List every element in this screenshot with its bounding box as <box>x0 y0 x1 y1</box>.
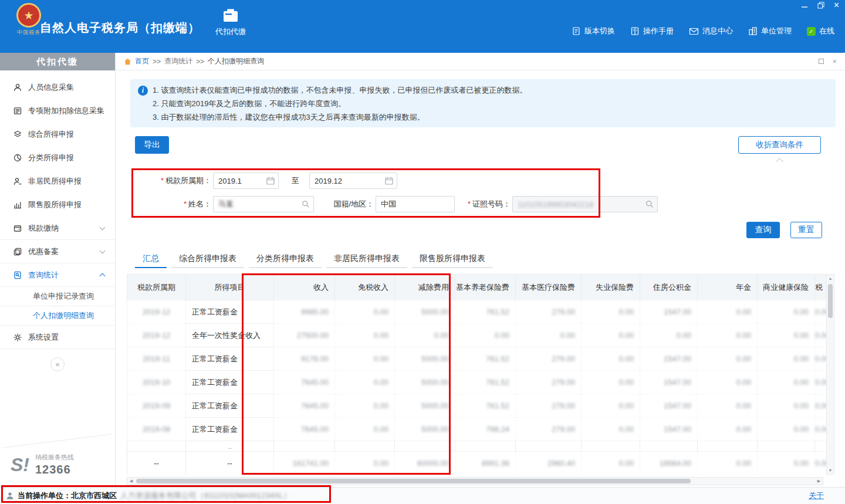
nav-message-center[interactable]: 消息中心 <box>689 26 733 36</box>
table-cell: 正常工资薪金 <box>186 300 274 324</box>
nationality-value: 中国 <box>381 199 396 209</box>
collapse-query-button[interactable]: 收折查询条件 <box>738 136 821 154</box>
query-button[interactable]: 查询 <box>746 222 780 238</box>
sidebar-item-nonresident-income[interactable]: 非居民所得申报 <box>0 170 115 193</box>
table-cell: 全年一次性奖金收入 <box>186 324 274 347</box>
tab-comprehensive-income[interactable]: 综合所得申报表 <box>171 251 244 268</box>
sidebar-subitem-personal-withholding-detail-query[interactable]: 个人扣缴明细查询 <box>0 306 115 326</box>
table-cell: 5000.00 <box>395 300 455 324</box>
table-cell: 正常工资薪金 <box>186 394 274 418</box>
version-switch-icon <box>572 26 581 36</box>
sidebar-item-comprehensive-income[interactable]: 综合所得申报 <box>0 123 115 146</box>
table-cell: 0.00 <box>582 371 640 394</box>
period-from-input[interactable]: 2019.1 <box>213 172 279 189</box>
table-cell: 1547.00 <box>640 347 698 371</box>
name-label: *姓名： <box>133 196 211 212</box>
nationality-input[interactable]: 中国 <box>376 196 455 212</box>
nav-online-status[interactable]: ✓ 在线 <box>807 26 834 36</box>
sidebar-item-special-deduction[interactable]: 专项附加扣除信息采集 <box>0 99 115 123</box>
id-number-input[interactable]: 110105199903042218 <box>512 196 658 212</box>
about-link[interactable]: 关于 <box>809 491 824 501</box>
column-header: 税 <box>815 275 827 300</box>
table-cell: 279.00 <box>516 394 582 418</box>
breadcrumb-home[interactable]: 首页 <box>135 56 149 66</box>
sidebar-item-query-statistics[interactable]: 查询统计 <box>0 263 115 287</box>
sidebar-item-system-settings[interactable]: 系统设置 <box>0 326 115 349</box>
minimize-button[interactable] <box>801 2 808 9</box>
table-cell: 0.00 <box>815 324 827 347</box>
sidebar-collapse-button[interactable]: « <box>50 357 65 371</box>
table-row[interactable]: 2019-11正常工资薪金9178.000.005000.00761.52279… <box>127 347 827 371</box>
scroll-right-arrow[interactable]: ▶ <box>815 478 823 485</box>
export-button[interactable]: 导出 <box>135 136 169 154</box>
table-row[interactable]: 2019-10正常工资薪金7645.000.005000.00761.52279… <box>127 371 827 394</box>
vertical-scroll-thumb[interactable] <box>828 284 833 318</box>
panel-restore-button[interactable] <box>819 59 824 64</box>
table-cell: 0.00 <box>582 300 640 324</box>
unit-management-icon <box>748 26 758 36</box>
nav-manual[interactable]: 操作手册 <box>630 26 674 36</box>
calendar-icon[interactable] <box>384 176 394 185</box>
hotline-phone-icon: S! <box>11 455 29 474</box>
scroll-down-arrow[interactable]: ▼ <box>827 466 834 474</box>
sidebar-item-label: 分类所得申报 <box>28 153 74 163</box>
tab-nonresident-income[interactable]: 非居民所得申报表 <box>326 251 407 268</box>
column-header: 税款所属期 <box>127 275 186 300</box>
horizontal-scrollbar[interactable]: ◀ ▶ <box>127 477 823 485</box>
copy-docs-icon <box>13 247 22 256</box>
table-cell: 0.00 <box>698 324 758 347</box>
table-row[interactable]: 2019-12全年一次性奖金收入27500.000.000.000.000.00… <box>127 324 827 347</box>
sidebar-item-tax-payment[interactable]: 税款缴纳 <box>0 217 115 240</box>
required-mark: * <box>184 199 187 208</box>
reset-button[interactable]: 重置 <box>790 222 822 238</box>
sidebar-item-restricted-stock[interactable]: 限售股所得申报 <box>0 193 115 217</box>
nav-label: 版本切换 <box>584 26 615 36</box>
breadcrumb-separator: >> <box>196 57 204 66</box>
sidebar-item-preferential-filing[interactable]: 优惠备案 <box>0 240 115 263</box>
table-cell: 2019-12 <box>127 300 186 324</box>
tab-restricted-stock[interactable]: 限售股所得申报表 <box>412 251 493 268</box>
search-icon[interactable] <box>301 199 310 209</box>
close-button[interactable]: × <box>834 2 839 9</box>
id-number-value: 110105199903042218 <box>518 200 593 209</box>
period-from-value: 2019.1 <box>218 177 242 185</box>
table-cell: 0.00 <box>582 418 640 441</box>
table-header-row: 税款所属期所得项目收入免税收入减除费用基本养老保险费基本医疗保险费失业保险费住房… <box>127 275 827 300</box>
name-input[interactable]: 马某 <box>213 196 314 212</box>
sidebar-item-label: 税款缴纳 <box>28 223 59 234</box>
horizontal-scroll-thumb[interactable] <box>136 479 691 483</box>
tab-summary[interactable]: 汇总 <box>135 251 167 268</box>
calendar-icon[interactable] <box>266 176 275 185</box>
restore-button[interactable] <box>817 2 824 9</box>
table-cell: 2019-09 <box>127 394 186 418</box>
sidebar-subitem-unit-declaration-query[interactable]: 单位申报记录查询 <box>0 287 115 306</box>
table-cell: 0.00 <box>815 394 827 418</box>
notice-box: i 1. 该查询统计表仅能查询已申报成功的数据，不包含未申报、申报失败，已申报但… <box>130 79 836 127</box>
sidebar-item-classified-income[interactable]: 分类所得申报 <box>0 146 115 170</box>
scroll-left-arrow[interactable]: ◀ <box>127 478 135 485</box>
table-cell: 761.52 <box>455 371 516 394</box>
gear-icon <box>13 333 22 342</box>
vertical-scrollbar[interactable]: ▲ ▼ <box>826 274 834 475</box>
table-cell: .. <box>186 441 274 452</box>
period-to-label: 至 <box>289 172 301 189</box>
period-to-input[interactable]: 2019.12 <box>309 172 397 189</box>
breadcrumb-level1: 查询统计 <box>164 56 192 66</box>
table-row[interactable]: 2019-12正常工资薪金9985.000.005000.00761.52279… <box>127 300 827 324</box>
tab-classified-income[interactable]: 分类所得申报表 <box>249 251 322 268</box>
table-row[interactable]: .. <box>127 441 827 452</box>
table-cell: 1547.00 <box>640 300 698 324</box>
search-icon[interactable] <box>645 199 654 209</box>
panel-close-button[interactable]: × <box>832 57 837 66</box>
nav-unit-management[interactable]: 单位管理 <box>748 26 792 36</box>
table-cell: 279.00 <box>516 371 582 394</box>
table-row[interactable]: 2019-09正常工资薪金7645.000.005000.00761.52279… <box>127 394 827 418</box>
sidebar-item-personnel-info[interactable]: 人员信息采集 <box>0 76 115 99</box>
table-row[interactable]: 2019-08正常工资薪金7645.000.005000.00798.24279… <box>127 418 827 441</box>
table-row[interactable]: ----161741.000.0060000.008991.362960.400… <box>127 452 827 475</box>
table-cell: 0.00 <box>698 452 758 475</box>
scroll-up-arrow[interactable]: ▲ <box>827 275 834 282</box>
notice-line: 1. 该查询统计表仅能查询已申报成功的数据，不包含未申报、申报失败，已申报但已作… <box>153 83 824 97</box>
nav-version-switch[interactable]: 版本切换 <box>572 26 615 36</box>
module-tab-withholding[interactable]: 代扣代缴 <box>204 9 257 37</box>
